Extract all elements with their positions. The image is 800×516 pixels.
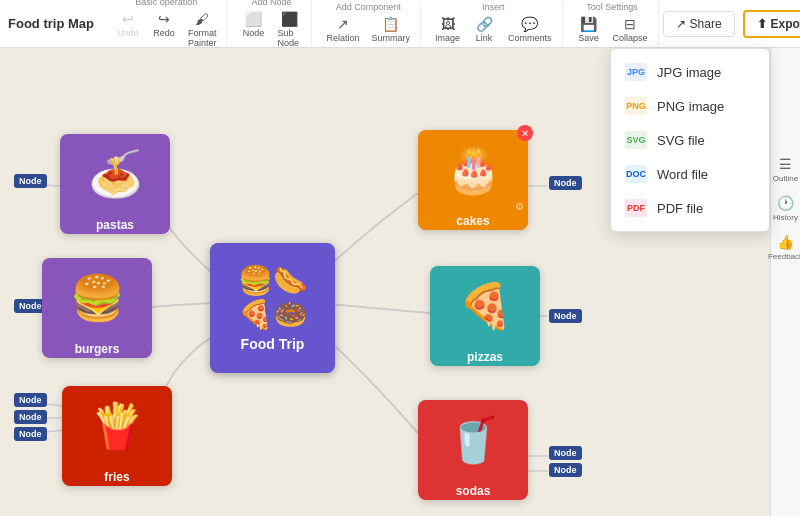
cakes-label: cakes xyxy=(418,210,528,232)
node-badge-pizzas[interactable]: Node xyxy=(549,309,582,323)
link-button[interactable]: 🔗 Link xyxy=(468,14,500,45)
basic-operation-label: Basic operation xyxy=(135,0,197,7)
outline-label: Outline xyxy=(773,174,798,183)
svg-icon: SVG xyxy=(625,131,647,149)
sidebar-history[interactable]: 🕐 History xyxy=(773,195,798,222)
export-svg-item[interactable]: SVG SVG file xyxy=(611,123,769,157)
pizzas-label: pizzas xyxy=(430,346,540,368)
pastas-label: pastas xyxy=(60,214,170,236)
word-icon: DOC xyxy=(625,165,647,183)
node-badge-sodas-1[interactable]: Node xyxy=(549,446,582,460)
share-button[interactable]: ↗ Share xyxy=(663,11,735,37)
export-jpg-item[interactable]: JPG JPG image xyxy=(611,55,769,89)
export-label: Export xyxy=(771,17,800,31)
relation-button[interactable]: ↗ Relation xyxy=(322,14,363,45)
sodas-image: 🥤 xyxy=(418,400,528,480)
node-sodas[interactable]: 🥤 sodas xyxy=(418,400,528,500)
share-label: Share xyxy=(690,17,722,31)
center-label: Food Trip xyxy=(241,336,305,352)
summary-button[interactable]: 📋 Summary xyxy=(368,14,415,45)
save-icon: 💾 xyxy=(580,16,597,32)
node-badge-fries-3[interactable]: Node xyxy=(14,427,47,441)
add-node-group: Add Node ⬜ Node ⬛ Sub Node xyxy=(231,0,312,50)
pastas-image: 🍝 xyxy=(60,134,170,214)
format-painter-icon: 🖌 xyxy=(195,11,209,27)
add-component-label: Add Component xyxy=(336,2,401,12)
node-badge-fries-2[interactable]: Node xyxy=(14,410,47,424)
toolbar-right: ↗ Share ⬆ Export xyxy=(663,10,800,38)
feedback-label: Feedback xyxy=(768,252,800,261)
basic-operation-buttons: ↩ Undo ↪ Redo 🖌 Format Painter xyxy=(112,9,221,50)
toolbar: Food trip Map Basic operation ↩ Undo ↪ R… xyxy=(0,0,800,48)
node-badge-pastas[interactable]: Node xyxy=(14,174,47,188)
jpg-label: JPG image xyxy=(657,65,721,80)
outline-icon: ☰ xyxy=(779,156,792,172)
image-icon: 🖼 xyxy=(441,16,455,32)
pdf-icon: PDF xyxy=(625,199,647,217)
tool-settings-label: Tool Settings xyxy=(586,2,638,12)
node-badge-cakes[interactable]: Node xyxy=(549,176,582,190)
image-button[interactable]: 🖼 Image xyxy=(431,14,464,45)
comments-button[interactable]: 💬 Comments xyxy=(504,14,556,45)
fries-label: fries xyxy=(62,466,172,488)
node-pizzas[interactable]: 🍕 pizzas xyxy=(430,266,540,366)
export-png-item[interactable]: PNG PNG image xyxy=(611,89,769,123)
burgers-image: 🍔 xyxy=(42,258,152,338)
add-component-buttons: ↗ Relation 📋 Summary xyxy=(322,14,414,45)
undo-button[interactable]: ↩ Undo xyxy=(112,9,144,50)
comments-icon: 💬 xyxy=(521,16,538,32)
node-fries[interactable]: 🍟 fries xyxy=(62,386,172,486)
tool-settings-group: Tool Settings 💾 Save ⊟ Collapse xyxy=(567,2,659,45)
center-image: 🍔🌭🍕🍩 xyxy=(238,264,308,331)
word-label: Word file xyxy=(657,167,708,182)
save-button[interactable]: 💾 Save xyxy=(573,14,605,45)
node-badge-sodas-2[interactable]: Node xyxy=(549,463,582,477)
add-node-buttons: ⬜ Node ⬛ Sub Node xyxy=(237,9,305,50)
jpg-icon: JPG xyxy=(625,63,647,81)
node-pastas[interactable]: 🍝 pastas xyxy=(60,134,170,234)
sub-node-button[interactable]: ⬛ Sub Node xyxy=(273,9,305,50)
summary-icon: 📋 xyxy=(382,16,399,32)
tool-settings-buttons: 💾 Save ⊟ Collapse xyxy=(573,14,652,45)
burgers-label: burgers xyxy=(42,338,152,360)
fries-image: 🍟 xyxy=(62,386,172,466)
insert-buttons: 🖼 Image 🔗 Link 💬 Comments xyxy=(431,14,556,45)
cakes-settings-icon: ⚙ xyxy=(515,201,524,212)
basic-operation-group: Basic operation ↩ Undo ↪ Redo 🖌 Format P… xyxy=(106,0,228,50)
collapse-icon: ⊟ xyxy=(624,16,636,32)
redo-button[interactable]: ↪ Redo xyxy=(148,9,180,50)
relation-icon: ↗ xyxy=(337,16,349,32)
export-pdf-item[interactable]: PDF PDF file xyxy=(611,191,769,225)
share-icon: ↗ xyxy=(676,17,686,31)
center-node[interactable]: 🍔🌭🍕🍩 Food Trip xyxy=(210,243,335,373)
history-icon: 🕐 xyxy=(777,195,794,211)
pizzas-image: 🍕 xyxy=(430,266,540,346)
png-label: PNG image xyxy=(657,99,724,114)
sidebar-feedback[interactable]: 👍 Feedback xyxy=(768,234,800,261)
format-painter-button[interactable]: 🖌 Format Painter xyxy=(184,9,221,50)
link-icon: 🔗 xyxy=(476,16,493,32)
undo-icon: ↩ xyxy=(122,11,134,27)
collapse-button[interactable]: ⊟ Collapse xyxy=(609,14,652,45)
svg-label: SVG file xyxy=(657,133,705,148)
export-word-item[interactable]: DOC Word file xyxy=(611,157,769,191)
add-component-group: Add Component ↗ Relation 📋 Summary xyxy=(316,2,421,45)
sidebar-outline[interactable]: ☰ Outline xyxy=(773,156,798,183)
sidebar-right: ☰ Outline 🕐 History 👍 Feedback xyxy=(770,48,800,516)
pdf-label: PDF file xyxy=(657,201,703,216)
insert-label: Insert xyxy=(482,2,505,12)
node-badge-fries-1[interactable]: Node xyxy=(14,393,47,407)
sub-node-icon: ⬛ xyxy=(281,11,298,27)
feedback-icon: 👍 xyxy=(777,234,794,250)
redo-icon: ↪ xyxy=(158,11,170,27)
sodas-label: sodas xyxy=(418,480,528,502)
history-label: History xyxy=(773,213,798,222)
add-node-label: Add Node xyxy=(251,0,291,7)
export-icon: ⬆ xyxy=(757,17,767,31)
close-cakes-button[interactable]: ✕ xyxy=(517,125,533,141)
node-cakes[interactable]: ✕ 🎂 cakes ⚙ xyxy=(418,130,528,230)
node-button[interactable]: ⬜ Node xyxy=(237,9,269,50)
export-button[interactable]: ⬆ Export xyxy=(743,10,800,38)
node-burgers[interactable]: 🍔 burgers xyxy=(42,258,152,358)
app-title: Food trip Map xyxy=(8,16,94,31)
